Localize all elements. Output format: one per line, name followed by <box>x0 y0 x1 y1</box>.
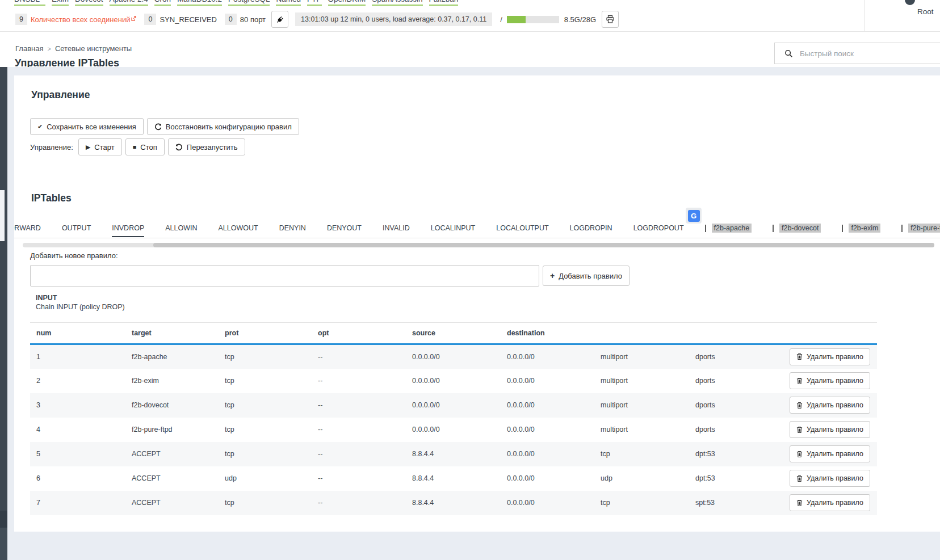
service-link[interactable]: Apache 2.4 <box>110 0 148 6</box>
rule-actions: Удалить правило <box>783 393 877 418</box>
service-label: OpenDKIM <box>328 0 366 3</box>
user-name[interactable]: Root <box>917 7 934 16</box>
add-rule-input[interactable] <box>30 265 539 287</box>
connections-link[interactable]: Количество всех соединений <box>31 15 137 24</box>
tab-separator <box>705 225 706 232</box>
rule-match: udp <box>594 466 689 491</box>
tab-label: f2b-exim <box>849 224 880 233</box>
user-avatar[interactable] <box>905 0 915 5</box>
tab-label: f2b-pure-ftpd <box>908 224 940 233</box>
iptables-chain-tab[interactable]: LOCALOUTPUT <box>496 224 548 237</box>
service-link[interactable]: OpenDKIM <box>328 0 366 6</box>
rule-target: f2b-exim <box>125 369 219 393</box>
service-link[interactable]: FTP <box>307 0 322 6</box>
tab-label: OUTPUT <box>62 224 91 232</box>
rule-target: f2b-apache <box>125 344 219 369</box>
iptables-chain-tab[interactable]: DENYOUT <box>327 224 362 237</box>
tab-separator <box>842 225 843 232</box>
iptables-chain-tab[interactable]: LOGDROPOUT <box>633 224 684 237</box>
rule-match: multiport <box>594 369 689 393</box>
service-control-row: Управление: ▶ Старт ■ Стоп Перезапустить <box>30 138 245 155</box>
delete-rule-button[interactable]: Удалить правило <box>790 397 870 414</box>
rule-match: tcp <box>594 442 689 466</box>
rule-actions: Удалить правило <box>783 466 877 491</box>
iptables-chain-tab[interactable]: OUTPUT <box>62 224 91 237</box>
delete-rule-button[interactable]: Удалить правило <box>790 421 870 438</box>
service-label: Dovecot <box>75 0 103 3</box>
chain-name: INPUT <box>36 294 57 302</box>
rule-opt: -- <box>312 393 406 418</box>
iptables-chain-tab[interactable]: f2b-dovecot <box>779 224 821 237</box>
iptables-chain-tab[interactable]: INVALID <box>383 224 410 237</box>
control-label: Управление: <box>30 143 73 151</box>
save-all-button[interactable]: ✔ Сохранить все изменения <box>30 118 144 135</box>
col-destination: destination <box>501 323 594 344</box>
service-link[interactable]: DNSBL <box>14 0 45 6</box>
service-label: PostgreSQL <box>228 0 270 3</box>
tab-label: LOCALINPUT <box>431 224 476 232</box>
delete-rule-button[interactable]: Удалить правило <box>790 445 870 462</box>
iptables-chain-tab[interactable]: LOGDROPIN <box>570 224 612 237</box>
stop-button[interactable]: ■ Стоп <box>125 138 165 155</box>
delete-rule-button[interactable]: Удалить правило <box>790 470 870 487</box>
iptables-chain-tab[interactable]: ALLOWIN <box>165 224 197 237</box>
breadcrumb-section[interactable]: Сетевые инструменты <box>55 44 132 53</box>
search-input[interactable] <box>799 49 926 58</box>
rule-match: tcp <box>594 491 689 515</box>
iptables-chain-tab[interactable]: LOCALINPUT <box>431 224 476 237</box>
translate-icon[interactable]: G <box>686 208 702 224</box>
rule-target: f2b-pure-ftpd <box>125 418 219 442</box>
rule-opt: -- <box>312 344 406 369</box>
trash-icon <box>796 353 803 360</box>
delete-rule-button[interactable]: Удалить правило <box>790 348 870 365</box>
print-button[interactable] <box>602 11 619 28</box>
service-link[interactable]: Dovecot <box>75 0 103 6</box>
iptables-chain-tab[interactable]: INVDROP <box>112 224 144 237</box>
service-link[interactable]: Cron <box>154 0 171 6</box>
iptables-chain-tab[interactable]: f2b-exim <box>849 224 880 237</box>
refresh-icon <box>154 123 162 130</box>
restore-config-button[interactable]: Восстановить конфигурацию правил <box>147 118 299 135</box>
iptables-tabs: FORWARD OUTPUT INVDROP ALLOWIN ALLOWOUT … <box>14 224 940 237</box>
iptables-chain-tab[interactable]: f2b-pure-ftpd <box>908 224 940 237</box>
iptables-chain-tab[interactable]: FORWARD <box>14 224 41 237</box>
service-label: Named <box>276 0 301 3</box>
restart-button[interactable]: Перезапустить <box>168 138 245 155</box>
memory-usage-fill <box>507 16 526 23</box>
delete-rule-label: Удалить правило <box>807 353 863 361</box>
search-icon <box>784 49 793 58</box>
service-link[interactable]: PostgreSQL <box>228 0 270 6</box>
service-link[interactable]: MariaDB10.2 <box>177 0 222 6</box>
tabs-scrollbar <box>23 243 934 247</box>
iptables-chain-tab[interactable]: ALLOWOUT <box>219 224 258 237</box>
service-link[interactable]: Fail2ban <box>429 0 459 6</box>
rule-actions: Удалить правило <box>783 491 877 515</box>
breadcrumb-home[interactable]: Главная <box>15 44 43 53</box>
sidebar-edge <box>0 528 7 560</box>
start-button[interactable]: ▶ Старт <box>78 138 122 155</box>
rule-opt: -- <box>312 369 406 393</box>
rule-source: 0.0.0.0/0 <box>406 344 501 369</box>
plug-button[interactable] <box>271 11 288 28</box>
rule-row: 2 f2b-exim tcp -- 0.0.0.0/0 0.0.0.0/0 mu… <box>30 369 877 393</box>
col-target: target <box>125 323 219 344</box>
tabs-scrollbar-thumb[interactable] <box>153 243 934 247</box>
iptables-chain-tab[interactable]: DENYIN <box>279 224 306 237</box>
add-rule-label: Добавить новое правило: <box>30 251 118 260</box>
iptables-chain-tab[interactable]: f2b-apache <box>712 224 752 237</box>
col-opt: opt <box>312 323 406 344</box>
rule-ports: spt:53 <box>689 491 783 515</box>
delete-rule-button[interactable]: Удалить правило <box>790 372 870 389</box>
memory-divider: / <box>500 15 502 24</box>
tab-label: DENYOUT <box>327 224 362 232</box>
connections-count-badge: 9 <box>15 14 27 25</box>
plug-icon <box>275 15 285 24</box>
rule-opt: -- <box>312 418 406 442</box>
delete-rule-label: Удалить правило <box>807 450 863 458</box>
service-link[interactable]: SpamAssassin <box>372 0 422 6</box>
delete-rule-button[interactable]: Удалить правило <box>790 494 870 511</box>
add-rule-button[interactable]: + Добавить правило <box>543 266 630 286</box>
service-link[interactable]: Named <box>276 0 301 6</box>
rule-destination: 0.0.0.0/0 <box>501 466 594 491</box>
service-link[interactable]: Exim <box>52 0 69 6</box>
